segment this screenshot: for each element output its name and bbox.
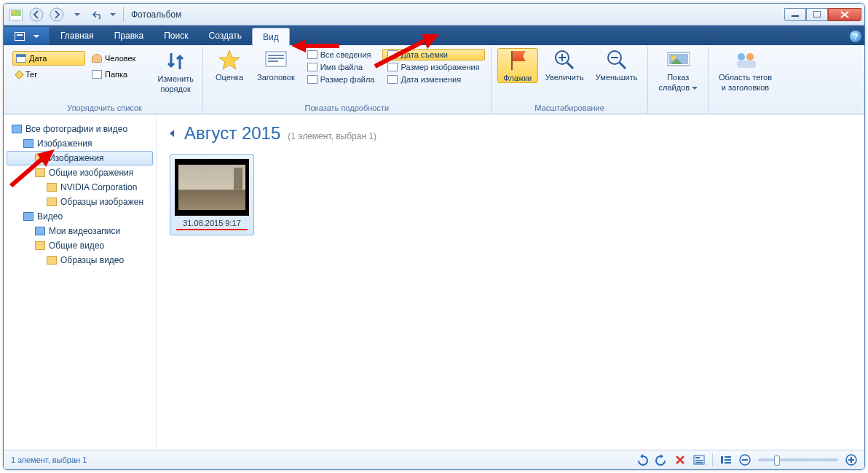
file-menu-icon	[15, 32, 25, 41]
thumbnail-caption: 31.08.2015 9:17	[175, 216, 249, 227]
svg-rect-5	[792, 15, 799, 17]
detail-shot-date[interactable]: Дата съемки	[382, 49, 484, 60]
rating-label: Оценка	[216, 73, 243, 82]
pictures-icon	[23, 139, 33, 148]
maximize-button[interactable]	[806, 8, 828, 21]
svg-rect-32	[695, 462, 703, 464]
zoom-slider[interactable]	[758, 458, 838, 461]
star-icon	[218, 48, 241, 71]
swap-arrows-icon	[164, 50, 187, 73]
detail-all[interactable]: Все сведения	[302, 49, 380, 60]
nav-dropdown-button[interactable]	[68, 7, 87, 23]
change-order-label-2: порядок	[161, 85, 191, 93]
detail-image-size[interactable]: Размер изображения	[382, 61, 484, 73]
tree-nvidia[interactable]: NVIDIA Corporation	[7, 180, 153, 195]
photo-thumbnail[interactable]: 31.08.2015 9:17	[170, 154, 254, 235]
tab-edit[interactable]: Правка	[104, 27, 154, 45]
dims-icon	[387, 63, 398, 71]
tab-create[interactable]: Создать	[199, 27, 253, 45]
rotate-left-button[interactable]	[636, 454, 648, 466]
tree-shared-video[interactable]: Общие видео	[7, 238, 153, 253]
delete-button[interactable]	[674, 454, 686, 466]
svg-rect-30	[695, 457, 700, 458]
undo-button[interactable]	[88, 7, 107, 23]
folder-icon	[92, 70, 102, 79]
zoom-in-button[interactable]: Увеличить	[541, 48, 588, 82]
tree-my-videos[interactable]: Мои видеозаписи	[7, 224, 153, 238]
close-button[interactable]	[828, 8, 861, 21]
tag-icon	[15, 70, 24, 79]
sort-by-tag[interactable]: Тег	[12, 67, 85, 82]
group-details: Оценка Заголовок Все сведения Имя файла …	[203, 47, 492, 114]
rating-button[interactable]: Оценка	[209, 48, 250, 82]
rotate-right-button[interactable]	[655, 454, 667, 466]
zoom-in-label: Увеличить	[545, 73, 584, 82]
sort-by-date[interactable]: Дата	[12, 51, 85, 66]
tab-search[interactable]: Поиск	[154, 27, 198, 45]
tag-area-label-2: и заголовков	[722, 83, 769, 92]
help-button[interactable]: ?	[847, 28, 864, 45]
group-slideshow: Показ слайдов	[648, 47, 709, 114]
detail-filesize[interactable]: Размер файла	[302, 74, 380, 85]
caption-button[interactable]: Заголовок	[253, 48, 299, 82]
annotation-underline	[176, 229, 248, 230]
slideshow-button[interactable]: Показ слайдов	[654, 48, 702, 92]
group-heading[interactable]: Август 2015 (1 элемент, выбран 1)	[170, 123, 851, 144]
sort-by-person-label: Человек	[105, 54, 135, 63]
folder-icon	[35, 241, 45, 250]
status-text: 1 элемент, выбран 1	[11, 456, 87, 464]
flags-button[interactable]: Флажки	[497, 48, 538, 83]
svg-rect-10	[268, 60, 278, 62]
svg-point-16	[738, 53, 745, 60]
svg-point-2	[12, 11, 15, 14]
sort-by-person[interactable]: Человек	[88, 51, 161, 66]
tree-images-sub[interactable]: Изображения	[7, 151, 153, 165]
people-tag-icon	[734, 48, 757, 71]
sort-by-folder[interactable]: Папка	[88, 67, 161, 82]
flags-label: Флажки	[503, 74, 532, 82]
sidebar-tree: Все фотографии и видео Изображения Изобр…	[4, 114, 157, 450]
zoom-out-small-button[interactable]	[739, 454, 751, 466]
tree-shared-images[interactable]: Общие изображения	[7, 165, 153, 180]
sort-column-2: Человек Папка	[88, 51, 161, 82]
tree-video[interactable]: Видео	[7, 209, 153, 224]
zoom-out-button[interactable]: Уменьшить	[591, 48, 642, 82]
view-details-button[interactable]	[720, 454, 732, 466]
tree-images[interactable]: Изображения	[7, 136, 153, 151]
folder-icon	[47, 183, 57, 192]
video-icon	[23, 212, 33, 221]
svg-marker-27	[640, 454, 643, 458]
caption-icon	[264, 48, 288, 71]
detail-modified[interactable]: Дата изменения	[382, 74, 484, 85]
gallery-icon	[12, 125, 22, 133]
tag-area-button[interactable]: Область тегов и заголовков	[714, 48, 776, 92]
application-window: Фотоальбом Главная Правка Поиск Создать …	[3, 3, 865, 470]
properties-button[interactable]	[693, 454, 705, 466]
detail-filename[interactable]: Имя файла	[302, 61, 380, 73]
ribbon-tabs: Главная Правка Поиск Создать Вид ?	[4, 26, 864, 45]
svg-point-4	[50, 8, 63, 21]
folder-icon	[47, 256, 57, 265]
tab-view[interactable]: Вид	[252, 28, 290, 46]
folder-icon	[35, 168, 45, 177]
tree-sample-video[interactable]: Образцы видео	[7, 253, 153, 267]
svg-rect-8	[268, 55, 284, 56]
nav-forward-button[interactable]	[47, 7, 66, 23]
tab-home[interactable]: Главная	[50, 27, 104, 45]
nav-back-button[interactable]	[27, 7, 46, 23]
zoom-slider-knob[interactable]	[774, 456, 780, 466]
tree-sample-images[interactable]: Образцы изображен	[7, 195, 153, 209]
calendar-small-icon	[387, 50, 398, 59]
file-menu-button[interactable]	[4, 27, 50, 45]
zoom-in-small-button[interactable]	[845, 454, 857, 466]
zoom-in-icon	[553, 48, 576, 71]
undo-dropdown-button[interactable]	[108, 7, 117, 23]
window-title: Фотоальбом	[131, 9, 181, 20]
svg-rect-31	[695, 460, 703, 461]
status-bar: 1 элемент, выбран 1	[4, 450, 864, 469]
minimize-button[interactable]	[784, 8, 806, 21]
svg-point-17	[746, 53, 754, 60]
sort-by-date-label: Дата	[29, 54, 47, 63]
change-order-button[interactable]: Изменить порядок	[153, 50, 198, 93]
tree-root[interactable]: Все фотографии и видео	[7, 122, 153, 136]
